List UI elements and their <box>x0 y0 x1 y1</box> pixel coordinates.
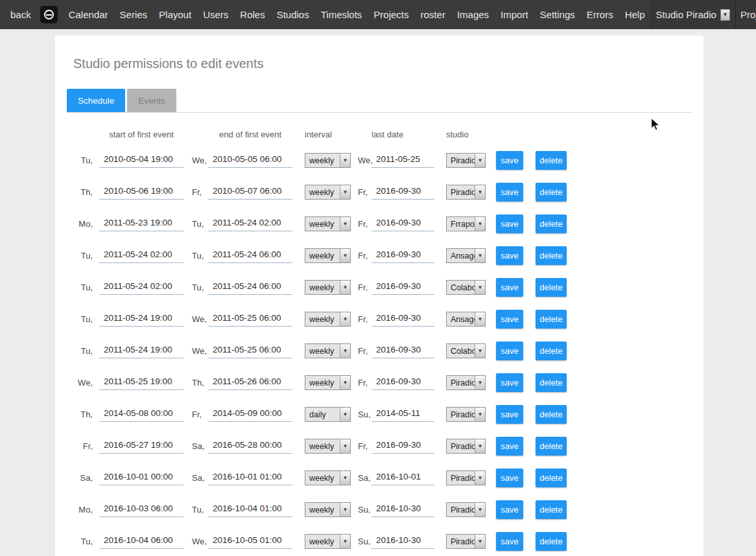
save-button[interactable]: save <box>496 405 523 424</box>
interval-select[interactable]: weekly ▼ <box>305 534 351 549</box>
last-date-input[interactable] <box>372 153 434 168</box>
save-button[interactable]: save <box>496 151 523 170</box>
studio-select[interactable]: Piradio ▼ <box>446 407 486 422</box>
start-datetime-input[interactable] <box>99 185 183 200</box>
end-datetime-input[interactable] <box>208 185 292 200</box>
last-date-input[interactable] <box>372 502 434 517</box>
nav-item-import[interactable]: Import <box>495 9 534 20</box>
last-date-input[interactable] <box>372 343 434 358</box>
delete-button[interactable]: delete <box>536 437 567 456</box>
save-button[interactable]: save <box>496 469 523 487</box>
delete-button[interactable]: delete <box>536 278 567 297</box>
end-datetime-input[interactable] <box>208 280 292 295</box>
last-date-input[interactable] <box>372 407 434 422</box>
delete-button[interactable]: delete <box>536 310 567 329</box>
start-datetime-input[interactable] <box>99 248 183 263</box>
nav-item-settings[interactable]: Settings <box>534 9 581 20</box>
studio-select[interactable]: Frrapo ▼ <box>446 216 486 231</box>
studio-select[interactable]: Piradio ▼ <box>446 185 486 200</box>
interval-select[interactable]: weekly ▼ <box>305 280 351 295</box>
studio-select[interactable]: Piradio ▼ <box>446 439 486 454</box>
start-datetime-input[interactable] <box>99 470 183 485</box>
save-button[interactable]: save <box>496 214 523 233</box>
chevron-down-icon[interactable]: ▼ <box>720 9 730 21</box>
nav-item-timeslots[interactable]: Timeslots <box>315 9 368 20</box>
studio-select[interactable]: Colabo ▼ <box>446 280 486 295</box>
last-date-input[interactable] <box>372 216 434 231</box>
interval-select[interactable]: weekly ▼ <box>305 216 351 231</box>
delete-button[interactable]: delete <box>536 246 567 265</box>
start-datetime-input[interactable] <box>99 280 183 295</box>
nav-item-roles[interactable]: Roles <box>234 9 270 20</box>
nav-item-studios[interactable]: Studios <box>271 9 315 20</box>
end-datetime-input[interactable] <box>208 153 292 168</box>
delete-button[interactable]: delete <box>536 532 567 551</box>
nav-item-series[interactable]: Series <box>114 9 154 20</box>
start-datetime-input[interactable] <box>99 312 183 327</box>
studio-select[interactable]: Ansage ▼ <box>446 248 486 263</box>
start-datetime-input[interactable] <box>99 375 183 390</box>
end-datetime-input[interactable] <box>208 439 292 454</box>
last-date-input[interactable] <box>372 280 434 295</box>
end-datetime-input[interactable] <box>208 470 292 485</box>
tab-events[interactable]: Events <box>127 89 176 112</box>
delete-button[interactable]: delete <box>536 214 567 233</box>
interval-select[interactable]: weekly ▼ <box>305 153 351 168</box>
tab-schedule[interactable]: Schedule <box>67 89 125 112</box>
save-button[interactable]: save <box>496 183 523 202</box>
studio-select[interactable]: Piradio ▼ <box>446 502 486 517</box>
delete-button[interactable]: delete <box>536 373 567 392</box>
save-button[interactable]: save <box>496 437 523 456</box>
interval-select[interactable]: weekly ▼ <box>305 185 351 200</box>
last-date-input[interactable] <box>372 439 434 454</box>
nav-item-users[interactable]: Users <box>197 9 234 20</box>
delete-button[interactable]: delete <box>536 183 567 202</box>
nav-item-help[interactable]: Help <box>619 9 651 20</box>
last-date-input[interactable] <box>372 248 434 263</box>
project-selector[interactable]: Project 88vier ▼ <box>735 0 756 29</box>
start-datetime-input[interactable] <box>99 439 183 454</box>
save-button[interactable]: save <box>496 500 523 519</box>
back-link[interactable]: back <box>0 9 39 20</box>
start-datetime-input[interactable] <box>99 153 183 168</box>
last-date-input[interactable] <box>372 470 434 485</box>
delete-button[interactable]: delete <box>536 405 567 424</box>
start-datetime-input[interactable] <box>99 534 183 549</box>
last-date-input[interactable] <box>372 375 434 390</box>
interval-select[interactable]: weekly ▼ <box>305 439 351 454</box>
start-datetime-input[interactable] <box>99 343 183 358</box>
nav-item-projects[interactable]: Projects <box>368 9 414 20</box>
nav-item-images[interactable]: Images <box>451 9 495 20</box>
studio-select[interactable]: Piradio ▼ <box>446 534 486 549</box>
end-datetime-input[interactable] <box>208 343 292 358</box>
end-datetime-input[interactable] <box>208 534 292 549</box>
last-date-input[interactable] <box>372 534 434 549</box>
nav-item-errors[interactable]: Errors <box>581 9 619 20</box>
studio-selector[interactable]: Studio Piradio ▼ <box>651 0 735 29</box>
end-datetime-input[interactable] <box>208 312 292 327</box>
save-button[interactable]: save <box>496 342 523 360</box>
studio-select[interactable]: Colabo ▼ <box>446 343 486 358</box>
delete-button[interactable]: delete <box>536 469 567 487</box>
interval-select[interactable]: weekly ▼ <box>305 375 351 390</box>
interval-select[interactable]: weekly ▼ <box>305 470 351 485</box>
studio-select[interactable]: Ansage ▼ <box>446 312 486 327</box>
interval-select[interactable]: weekly ▼ <box>305 312 351 327</box>
save-button[interactable]: save <box>496 373 523 392</box>
save-button[interactable]: save <box>496 310 523 329</box>
save-button[interactable]: save <box>496 532 523 551</box>
start-datetime-input[interactable] <box>99 407 183 422</box>
delete-button[interactable]: delete <box>536 342 567 360</box>
delete-button[interactable]: delete <box>536 151 567 170</box>
studio-select[interactable]: Piradio ▼ <box>446 153 486 168</box>
interval-select[interactable]: weekly ▼ <box>305 343 351 358</box>
last-date-input[interactable] <box>372 185 434 200</box>
delete-button[interactable]: delete <box>536 500 567 519</box>
save-button[interactable]: save <box>496 278 523 297</box>
interval-select[interactable]: weekly ▼ <box>305 502 351 517</box>
nav-item-roster[interactable]: roster <box>415 9 451 20</box>
save-button[interactable]: save <box>496 246 523 265</box>
start-datetime-input[interactable] <box>99 502 183 517</box>
end-datetime-input[interactable] <box>208 407 292 422</box>
interval-select[interactable]: daily ▼ <box>305 407 351 422</box>
